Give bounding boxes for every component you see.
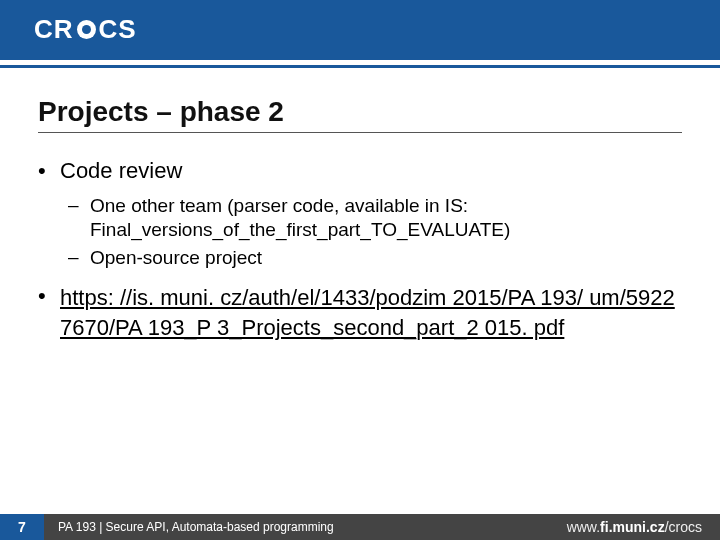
bullet-dot-icon: • <box>38 158 60 184</box>
content-area: • Code review – One other team (parser c… <box>38 150 682 353</box>
header-band: CR CS <box>0 0 720 60</box>
footer: 7 PA 193 | Secure API, Automata-based pr… <box>0 514 720 540</box>
bullet-dot-icon: • <box>38 283 60 342</box>
project-pdf-link[interactable]: https: //is. muni. cz/auth/el/1433/podzi… <box>60 285 675 340</box>
bullet-link: • https: //is. muni. cz/auth/el/1433/pod… <box>38 283 682 342</box>
subbullet-opensource-text: Open-source project <box>90 246 682 270</box>
page-title: Projects – phase 2 <box>38 96 284 128</box>
crocs-logo: CR CS <box>34 14 137 45</box>
bullet-code-review-label: Code review <box>60 158 182 183</box>
page-number: 7 <box>0 514 44 540</box>
logo-o-icon <box>77 20 96 39</box>
footer-host: fi.muni.cz <box>600 519 665 535</box>
footer-course-text: PA 193 | Secure API, Automata-based prog… <box>58 520 567 534</box>
logo-text-left: CR <box>34 14 74 45</box>
footer-path: /crocs <box>665 519 702 535</box>
footer-site-url: www.fi.muni.cz/crocs <box>567 519 702 535</box>
logo-text-right: CS <box>99 14 137 45</box>
footer-www: www. <box>567 519 600 535</box>
subbullet-opensource: – Open-source project <box>68 246 682 270</box>
dash-icon: – <box>68 194 90 242</box>
subbullet-team-text: One other team (parser code, available i… <box>90 194 682 242</box>
title-underline <box>38 132 682 133</box>
subbullet-team: – One other team (parser code, available… <box>68 194 682 242</box>
dash-icon: – <box>68 246 90 270</box>
bullet-code-review: • Code review <box>38 158 682 184</box>
slide: CR CS Projects – phase 2 • Code review –… <box>0 0 720 540</box>
header-rule <box>0 65 720 68</box>
